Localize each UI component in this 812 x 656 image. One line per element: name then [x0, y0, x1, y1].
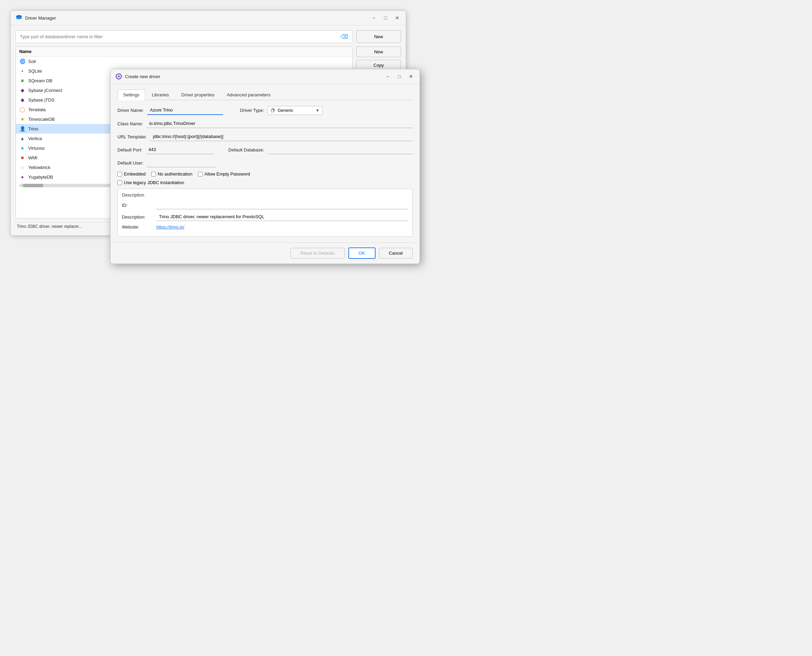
default-database-input[interactable]	[268, 145, 413, 154]
reset-defaults-button[interactable]: Reset to Defaults	[291, 248, 345, 258]
scrollbar-thumb[interactable]	[23, 184, 43, 187]
list-item[interactable]: 🌀 Solr	[16, 56, 353, 66]
driver-type-select[interactable]: 🗇 Generic ▼	[268, 106, 323, 115]
sybase-jc-label: Sybase jConnect	[28, 88, 62, 93]
embedded-checkbox[interactable]: Embedded	[118, 172, 145, 176]
cancel-button[interactable]: Cancel	[379, 248, 413, 258]
driver-name-input[interactable]	[147, 106, 223, 115]
default-user-label: Default User:	[118, 160, 144, 166]
default-user-row: Default User:	[118, 158, 413, 167]
url-template-input[interactable]	[150, 132, 413, 141]
tab-libraries[interactable]: Libraries	[146, 90, 175, 100]
wmi-icon: ■	[19, 155, 25, 161]
timescaledb-label: TimescaleDB	[28, 117, 55, 122]
tab-settings[interactable]: Settings	[118, 90, 145, 100]
sqlite-label: SQLite	[28, 68, 42, 74]
legacy-jdbc-label: Use legacy JDBC instantiation	[124, 180, 184, 185]
search-row: ⌫ New	[15, 30, 401, 43]
no-auth-checkbox-input[interactable]	[151, 172, 156, 176]
teradata-icon: ◯	[19, 106, 25, 113]
virtuoso-label: Virtuoso	[28, 145, 45, 151]
timescaledb-icon: ★	[19, 116, 25, 122]
allow-empty-checkbox[interactable]: Allow Empty Password	[198, 172, 250, 176]
dialog-title: Create new driver	[125, 74, 384, 79]
dialog-icon	[115, 73, 122, 80]
id-label: ID:	[122, 203, 153, 208]
website-row: Website: https://trino.io/	[122, 224, 408, 230]
description-input[interactable]	[156, 213, 408, 221]
create-driver-dialog: Create new driver − □ ✕ Settings Librari…	[110, 69, 420, 264]
class-name-label: Class Name:	[118, 121, 143, 126]
checkboxes-row2: Use legacy JDBC instantiation	[118, 180, 413, 185]
titlebar-controls: − □ ✕	[370, 14, 401, 22]
default-user-input[interactable]	[147, 158, 216, 167]
close-button[interactable]: ✕	[393, 14, 401, 22]
minimize-button[interactable]: −	[370, 14, 377, 22]
dialog-minimize-button[interactable]: −	[384, 73, 391, 80]
driver-type-icon: 🗇	[271, 108, 275, 113]
allow-empty-label: Allow Empty Password	[204, 172, 250, 176]
checkboxes-row1: Embedded No authentication Allow Empty P…	[118, 172, 413, 176]
website-label: Website:	[122, 224, 153, 230]
trino-icon: 👤	[19, 125, 25, 132]
id-row: ID:	[122, 201, 408, 209]
clear-search-icon[interactable]: ⌫	[340, 33, 348, 40]
tab-advanced-parameters[interactable]: Advanced parameters	[221, 90, 277, 100]
search-input[interactable]	[20, 34, 340, 39]
dialog-maximize-button[interactable]: □	[396, 73, 403, 80]
solr-icon: 🌀	[19, 58, 25, 64]
list-header: Name	[16, 47, 353, 56]
tab-driver-properties[interactable]: Driver properties	[176, 90, 220, 100]
virtuoso-icon: ●	[19, 145, 25, 151]
description-row: Description:	[122, 213, 408, 221]
allow-empty-checkbox-input[interactable]	[198, 172, 203, 176]
dialog-titlebar-controls: − □ ✕	[384, 73, 415, 80]
yellowbrick-label: Yellowbrick	[28, 165, 51, 170]
vertica-icon: ▲	[19, 135, 25, 141]
port-db-row: Default Port: Default Database:	[118, 145, 413, 154]
trino-label: Trino	[28, 126, 38, 132]
search-field-wrapper[interactable]: ⌫	[15, 30, 353, 43]
dialog-close-button[interactable]: ✕	[407, 73, 415, 80]
yugabyte-label: YugabyteDB	[28, 175, 53, 179]
driver-type-value: Generic	[277, 108, 313, 113]
dialog-content: Settings Libraries Driver properties Adv…	[110, 84, 419, 242]
new-button[interactable]: New	[356, 30, 401, 43]
sybase-jt-label: Sybase jTDS	[28, 97, 54, 102]
driver-manager-icon	[15, 14, 22, 21]
ok-button[interactable]: OK	[348, 248, 376, 259]
embedded-checkbox-input[interactable]	[118, 172, 122, 176]
url-template-label: URL Template:	[118, 134, 147, 139]
description-label: Description:	[122, 214, 153, 220]
driver-name-row: Driver Name: Driver Type: 🗇 Generic ▼	[118, 106, 413, 115]
dropdown-arrow-icon: ▼	[316, 108, 320, 113]
id-input[interactable]	[156, 201, 408, 209]
no-auth-checkbox[interactable]: No authentication	[151, 172, 192, 176]
dialog-titlebar: Create new driver − □ ✕	[110, 69, 419, 84]
class-name-input[interactable]	[146, 119, 413, 128]
vertica-label: Vertica	[28, 136, 42, 141]
solr-label: Solr	[28, 59, 36, 64]
legacy-jdbc-checkbox[interactable]: Use legacy JDBC instantiation	[118, 180, 184, 185]
sqream-icon: ■	[19, 77, 25, 84]
default-port-label: Default Port:	[118, 147, 142, 152]
sybase-jc-icon: ◆	[19, 87, 25, 93]
driver-manager-titlebar: Driver Manager − □ ✕	[11, 11, 406, 25]
embedded-label: Embedded	[124, 172, 145, 176]
default-port-input[interactable]	[145, 145, 215, 154]
sqream-label: SQream DB	[28, 78, 52, 83]
legacy-jdbc-checkbox-input[interactable]	[118, 180, 122, 185]
sybase-jt-icon: ◆	[19, 97, 25, 103]
driver-name-label: Driver Name:	[118, 108, 144, 113]
wmi-label: WMI	[28, 155, 37, 160]
url-template-row: URL Template:	[118, 132, 413, 141]
new-side-button[interactable]: New	[356, 46, 401, 57]
maximize-button[interactable]: □	[382, 14, 389, 22]
yugabyte-icon: ●	[19, 174, 25, 180]
website-link[interactable]: https://trino.io/	[156, 224, 184, 230]
sqlite-icon: ▪	[19, 68, 25, 74]
default-database-label: Default Database:	[228, 147, 264, 152]
svg-rect-4	[16, 17, 22, 18]
driver-manager-title: Driver Manager	[25, 15, 370, 21]
description-section-title: Description	[122, 192, 408, 198]
